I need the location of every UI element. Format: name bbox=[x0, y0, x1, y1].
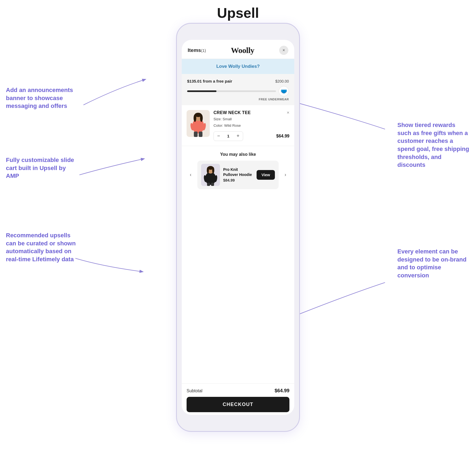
upsell-section: You may also like ‹ bbox=[182, 146, 294, 193]
cart-header: Items(1) Woolly × bbox=[182, 40, 294, 59]
upsell-title: You may also like bbox=[187, 152, 289, 157]
subtotal-row: Subtotal $64.99 bbox=[187, 388, 289, 394]
rewards-goal-amount: $200.00 bbox=[275, 79, 289, 83]
upsell-card: Pro Knit Pullover Hoodie $84.99 View bbox=[197, 161, 279, 189]
item-price: $64.99 bbox=[276, 134, 289, 139]
svg-point-13 bbox=[212, 167, 214, 174]
items-label-text: Items bbox=[188, 47, 201, 53]
svg-point-9 bbox=[205, 172, 216, 185]
announcement-text: Love Wolly Undies? bbox=[216, 64, 260, 69]
svg-rect-8 bbox=[199, 132, 202, 137]
item-quantity-row: − 1 + $64.99 bbox=[214, 131, 289, 141]
upsell-product-info: Pro Knit Pullover Hoodie $84.99 bbox=[223, 167, 253, 182]
quantity-value: 1 bbox=[223, 134, 233, 138]
item-name: CREW NECK TEE bbox=[214, 110, 251, 115]
item-name-row: CREW NECK TEE × bbox=[214, 110, 289, 115]
store-logo: Woolly bbox=[231, 46, 254, 55]
increase-quantity-button[interactable]: + bbox=[233, 132, 243, 141]
cart-footer: Subtotal $64.99 CHECKOUT bbox=[182, 383, 294, 415]
svg-rect-7 bbox=[194, 132, 198, 137]
cart-item: CREW NECK TEE × Size: Small Color: Wild … bbox=[182, 105, 294, 146]
upsell-product-price: $84.99 bbox=[223, 178, 253, 182]
phone-screen: Items(1) Woolly × Love Wolly Undies? $13… bbox=[182, 40, 294, 415]
items-count: (1) bbox=[201, 48, 206, 53]
annotation-banner: Add an announcements banner to showcase … bbox=[6, 86, 76, 110]
item-image bbox=[187, 110, 210, 137]
phone-shell: Items(1) Woolly × Love Wolly Undies? $13… bbox=[176, 23, 300, 432]
annotation-rewards: Show tiered rewards such as free gifts w… bbox=[397, 121, 470, 169]
rewards-from-text: $135.01 from a free pair bbox=[187, 79, 232, 83]
checkout-button[interactable]: CHECKOUT bbox=[187, 397, 289, 412]
quantity-control: − 1 + bbox=[214, 131, 243, 141]
carousel-next-button[interactable]: › bbox=[281, 171, 289, 179]
subtotal-value: $64.99 bbox=[275, 388, 289, 394]
rewards-section: $135.01 from a free pair $200.00 🩲 FREE … bbox=[182, 74, 294, 105]
page-title: Upsell bbox=[217, 5, 259, 21]
item-color: Color: Wild Rose bbox=[214, 123, 289, 128]
remove-item-button[interactable]: × bbox=[287, 110, 289, 115]
decrease-quantity-button[interactable]: − bbox=[214, 132, 223, 141]
carousel-prev-button[interactable]: ‹ bbox=[187, 171, 195, 179]
svg-point-3 bbox=[194, 114, 196, 122]
item-details: CREW NECK TEE × Size: Small Color: Wild … bbox=[214, 110, 289, 141]
annotation-upsells: Recommended upsells can be curated or sh… bbox=[6, 231, 76, 263]
rewards-bar-wrap bbox=[187, 90, 276, 92]
close-button[interactable]: × bbox=[279, 46, 288, 55]
svg-rect-16 bbox=[207, 183, 210, 186]
rewards-icon: 🩲 bbox=[279, 86, 289, 96]
rewards-header: $135.01 from a free pair $200.00 bbox=[187, 79, 289, 83]
rewards-bar-row: 🩲 bbox=[187, 86, 289, 96]
upsell-product-name: Pro Knit Pullover Hoodie bbox=[223, 167, 253, 177]
rewards-label: FREE UNDERWEAR bbox=[187, 98, 289, 101]
annotation-on-brand: Every element can be designed to be on-b… bbox=[397, 248, 470, 280]
rewards-bar-fill bbox=[187, 90, 216, 92]
announcement-banner: Love Wolly Undies? bbox=[182, 59, 294, 74]
svg-point-12 bbox=[207, 167, 209, 174]
svg-point-4 bbox=[200, 114, 203, 122]
upsell-image-svg bbox=[202, 164, 219, 186]
item-size: Size: Small bbox=[214, 116, 289, 122]
upsell-carousel: ‹ bbox=[187, 161, 289, 189]
cart-items-area[interactable]: CREW NECK TEE × Size: Small Color: Wild … bbox=[182, 105, 294, 383]
upsell-product-image bbox=[201, 164, 220, 186]
annotation-slide-cart: Fully customizable slide cart built in U… bbox=[6, 156, 76, 180]
svg-rect-17 bbox=[211, 183, 214, 186]
upsell-view-button[interactable]: View bbox=[257, 170, 275, 180]
item-image-svg bbox=[187, 111, 209, 137]
subtotal-label: Subtotal bbox=[187, 389, 202, 393]
cart-items-label: Items(1) bbox=[188, 47, 206, 53]
